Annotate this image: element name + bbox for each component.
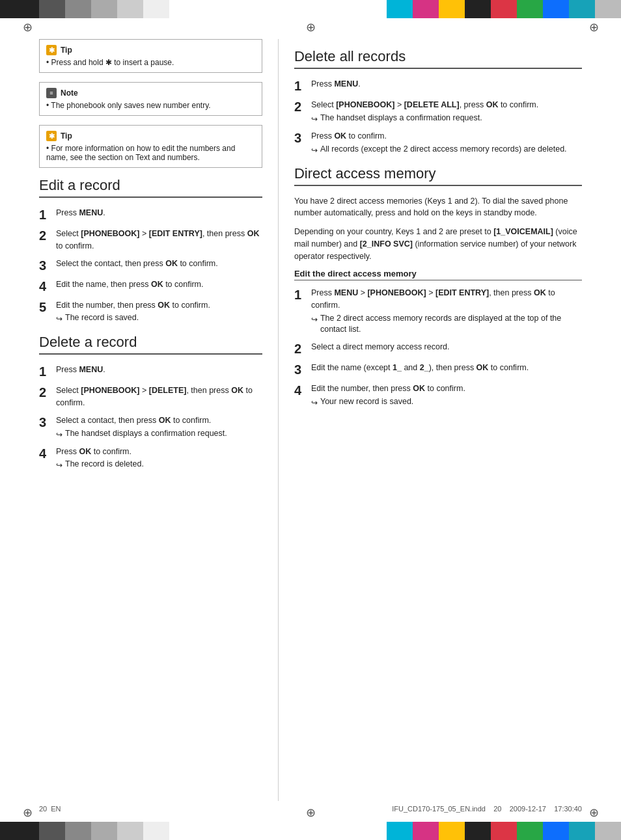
del-step-2-num: 2	[39, 385, 51, 400]
reg-mark-br: ⊕	[587, 806, 600, 819]
direct-access-title: Direct access memory	[294, 165, 582, 186]
da-step-1: 1 Press MENU.	[294, 78, 582, 94]
delete-record-title: Delete a record	[39, 334, 262, 355]
da-step-3-content: Press OK to confirm. ↪ All records (exce…	[311, 130, 582, 156]
edam-step-1-content: Press MENU > [PHONEBOOK] > [EDIT ENTRY],…	[311, 287, 582, 336]
edam-step-3: 3 Edit the name (except 1_ and 2_), then…	[294, 362, 582, 377]
edam-step-1-num: 1	[294, 287, 306, 303]
edam-step-4: 4 Edit the number, then press OK to conf…	[294, 383, 582, 409]
edam-step-3-num: 3	[294, 362, 306, 377]
del-step-1: 1 Press MENU.	[39, 364, 262, 379]
cbb-llgray	[117, 822, 143, 840]
footer-filename: IFU_CD170-175_05_EN.indd	[392, 805, 486, 813]
cbb-cyan2	[569, 822, 595, 840]
content-area: ✱ Tip Press and hold ✱ to insert a pause…	[39, 39, 582, 801]
del-step-3-result: ↪ The handset displays a confirmation re…	[56, 428, 262, 440]
edit-step-5-result: ↪ The record is saved.	[56, 312, 262, 325]
edit-step-4-num: 4	[39, 278, 51, 294]
tip-label-2: Tip	[61, 131, 72, 141]
tip-box-1: ✱ Tip Press and hold ✱ to insert a pause…	[39, 39, 262, 73]
cb-lgray	[91, 0, 117, 18]
edit-step-1-num: 1	[39, 207, 51, 223]
edit-record-title: Edit a record	[39, 177, 262, 198]
edit-record-steps: 1 Press MENU. 2 Select [PHONEBOOK] > [ED…	[39, 207, 262, 325]
del-step-4-result: ↪ The record is deleted.	[56, 459, 262, 471]
delete-record-steps: 1 Press MENU. 2 Select [PHONEBOOK] > [DE…	[39, 364, 262, 471]
da-step-2-result-text: The handset displays a confirmation requ…	[320, 113, 482, 125]
color-bar-top	[0, 0, 621, 18]
da-step-2-content: Select [PHONEBOOK] > [DELETE ALL], press…	[311, 99, 582, 125]
reg-mark-tc: ⊕	[304, 21, 317, 34]
tip-item-2: For more information on how to edit the …	[46, 144, 255, 162]
arrow-da-2: ↪	[311, 113, 318, 125]
right-column: Delete all records 1 Press MENU. 2 Selec…	[278, 39, 582, 801]
del-step-4: 4 Press OK to confirm. ↪ The record is d…	[39, 446, 262, 472]
note-list: The phonebook only saves new number entr…	[46, 101, 255, 110]
note-label: Note	[61, 88, 78, 98]
da-step-1-content: Press MENU.	[311, 78, 582, 90]
da-step-3-num: 3	[294, 130, 306, 146]
edit-step-2-num: 2	[39, 228, 51, 243]
note-icon: ≡	[46, 88, 57, 98]
edit-step-2: 2 Select [PHONEBOOK] > [EDIT ENTRY], the…	[39, 228, 262, 252]
cbb-lgray	[91, 822, 117, 840]
edit-step-3: 3 Select the contact, then press OK to c…	[39, 258, 262, 273]
edam-step-1-result-text: The 2 direct access memory records are d…	[320, 313, 582, 336]
arrow-5: ↪	[56, 313, 62, 325]
edam-step-4-content: Edit the number, then press OK to confir…	[311, 383, 582, 409]
footer-page-num: 20	[39, 805, 47, 813]
da-step-2-result: ↪ The handset displays a confirmation re…	[311, 113, 582, 125]
da-step-2-num: 2	[294, 99, 306, 115]
cbb-dgray	[39, 822, 65, 840]
del-step-3-num: 3	[39, 414, 51, 430]
edam-step-4-num: 4	[294, 383, 306, 398]
del-step-1-num: 1	[39, 364, 51, 379]
left-column: ✱ Tip Press and hold ✱ to insert a pause…	[39, 39, 278, 801]
cbb-green	[517, 822, 543, 840]
arrow-del-3: ↪	[56, 429, 62, 440]
footer-lang: EN	[51, 805, 61, 813]
cbb-lgray2	[595, 822, 621, 840]
color-bar-bottom	[0, 822, 621, 840]
cb-red	[491, 0, 517, 18]
cb-magenta	[413, 0, 439, 18]
edam-step-1: 1 Press MENU > [PHONEBOOK] > [EDIT ENTRY…	[294, 287, 582, 336]
cbb-black	[0, 822, 39, 840]
del-step-1-content: Press MENU.	[56, 364, 262, 376]
edit-step-3-content: Select the contact, then press OK to con…	[56, 258, 262, 270]
del-step-3: 3 Select a contact, then press OK to con…	[39, 414, 262, 440]
edam-step-4-result: ↪ Your new record is saved.	[311, 396, 582, 409]
del-step-3-content: Select a contact, then press OK to confi…	[56, 414, 262, 440]
cb-black2	[465, 0, 491, 18]
cb-llgray	[117, 0, 143, 18]
cb-cyan	[387, 0, 413, 18]
cb-lgray2	[595, 0, 621, 18]
edit-step-3-num: 3	[39, 258, 51, 273]
edit-step-5: 5 Edit the number, then press OK to conf…	[39, 299, 262, 325]
del-step-4-result-text: The record is deleted.	[65, 459, 144, 471]
footer-page: 20	[493, 805, 501, 813]
delete-all-steps: 1 Press MENU. 2 Select [PHONEBOOK] > [DE…	[294, 78, 582, 156]
cb-blue	[543, 0, 569, 18]
cb-black	[0, 0, 39, 18]
cbb-white	[143, 822, 169, 840]
footer-date: 2009-12-17	[510, 805, 546, 813]
edit-dam-steps: 1 Press MENU > [PHONEBOOK] > [EDIT ENTRY…	[294, 287, 582, 408]
cb-white	[143, 0, 169, 18]
edit-step-4: 4 Edit the name, then press OK to confir…	[39, 278, 262, 294]
note-header: ≡ Note	[46, 88, 255, 98]
note-box: ≡ Note The phonebook only saves new numb…	[39, 82, 262, 116]
cb-cyan2	[569, 0, 595, 18]
edam-step-2: 2 Select a direct memory access record.	[294, 341, 582, 357]
reg-mark-tl: ⊕	[21, 21, 34, 34]
direct-access-intro2: Depending on your country, Keys 1 and 2 …	[294, 226, 582, 262]
tip-label-1: Tip	[61, 46, 72, 55]
edit-step-1: 1 Press MENU.	[39, 207, 262, 223]
reg-mark-tr: ⊕	[587, 21, 600, 34]
footer-right: IFU_CD170-175_05_EN.indd 20 2009-12-17 1…	[392, 805, 582, 813]
tip-list-1: Press and hold ✱ to insert a pause.	[46, 58, 255, 67]
edit-step-5-num: 5	[39, 299, 51, 315]
edam-step-1-result: ↪ The 2 direct access memory records are…	[311, 313, 582, 336]
cbb-red	[491, 822, 517, 840]
cbb-magenta	[413, 822, 439, 840]
